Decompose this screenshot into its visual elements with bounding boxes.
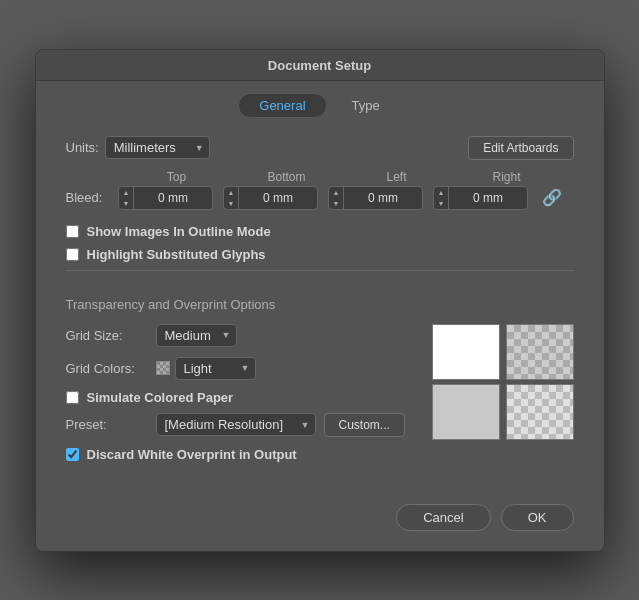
preview-checker-box (506, 324, 574, 380)
tab-general[interactable]: General (238, 93, 326, 118)
bleed-left-input[interactable]: ▲ ▼ 0 mm (328, 186, 423, 210)
bleed-top-down-arrow-icon[interactable]: ▼ (119, 198, 134, 209)
preview-checker-gray-box (506, 384, 574, 440)
dialog-footer: Cancel OK (36, 490, 604, 551)
highlight-glyphs-row: Highlight Substituted Glyphs (66, 247, 574, 262)
bleed-top-input[interactable]: ▲ ▼ 0 mm (118, 186, 213, 210)
bleed-left-down-arrow-icon[interactable]: ▼ (329, 198, 344, 209)
discard-overprint-checkbox[interactable] (66, 448, 79, 461)
bleed-headers: Top Bottom Left Right (122, 170, 574, 184)
show-images-row: Show Images In Outline Mode (66, 224, 574, 239)
bleed-top-up-arrow-icon[interactable]: ▲ (119, 187, 134, 198)
bleed-right-arrows: ▲ ▼ (434, 187, 450, 209)
transparency-title: Transparency and Overprint Options (66, 297, 574, 312)
bleed-top-value: 0 mm (134, 191, 211, 205)
bleed-label: Bleed: (66, 190, 118, 205)
bleed-section: Top Bottom Left Right Bleed: ▲ ▼ 0 mm ▲ (66, 170, 574, 210)
grid-colors-select[interactable]: Light Medium Dark Custom (175, 357, 256, 380)
bleed-bottom-header: Bottom (232, 170, 342, 184)
discard-overprint-row: Discard White Overprint in Output (66, 447, 422, 462)
show-images-label: Show Images In Outline Mode (87, 224, 271, 239)
simulate-paper-row: Simulate Colored Paper (66, 390, 422, 405)
preview-col (432, 324, 574, 440)
bleed-right-value: 0 mm (449, 191, 526, 205)
bleed-left-arrows: ▲ ▼ (329, 187, 345, 209)
link-constrain-icon[interactable]: 🔗 (542, 188, 562, 207)
ok-button[interactable]: OK (501, 504, 574, 531)
grid-size-row: Grid Size: Small Medium Large ▼ (66, 324, 422, 347)
document-setup-dialog: Document Setup General Type Units: Milli… (35, 49, 605, 552)
grid-size-select-wrapper: Small Medium Large ▼ (156, 324, 237, 347)
dialog-title: Document Setup (36, 50, 604, 81)
bleed-right-header: Right (452, 170, 562, 184)
bleed-bottom-value: 0 mm (239, 191, 316, 205)
preset-row: Preset: [Low Resolution] [Medium Resolut… (66, 413, 422, 437)
grid-colors-label: Grid Colors: (66, 361, 156, 376)
bleed-left-value: 0 mm (344, 191, 421, 205)
grid-colors-select-wrapper: Light Medium Dark Custom ▼ (175, 357, 256, 380)
preset-select[interactable]: [Low Resolution] [Medium Resolution] [Hi… (156, 413, 316, 436)
cancel-button[interactable]: Cancel (396, 504, 490, 531)
transparency-two-col: Grid Size: Small Medium Large ▼ Grid (66, 324, 574, 470)
preset-select-wrapper: [Low Resolution] [Medium Resolution] [Hi… (156, 413, 316, 436)
bleed-right-down-arrow-icon[interactable]: ▼ (434, 198, 449, 209)
tab-bar: General Type (36, 81, 604, 126)
transparency-left-col: Grid Size: Small Medium Large ▼ Grid (66, 324, 422, 470)
grid-size-label: Grid Size: (66, 328, 156, 343)
bleed-bottom-arrows: ▲ ▼ (224, 187, 240, 209)
preset-label: Preset: (66, 417, 156, 432)
units-select[interactable]: Millimeters Pixels Inches Points Picas C… (105, 136, 210, 159)
bleed-left-header: Left (342, 170, 452, 184)
highlight-glyphs-checkbox[interactable] (66, 248, 79, 261)
units-row: Units: Millimeters Pixels Inches Points … (66, 136, 574, 160)
simulate-paper-label: Simulate Colored Paper (87, 390, 234, 405)
preview-white-box (432, 324, 500, 380)
units-label: Units: (66, 140, 99, 155)
highlight-glyphs-label: Highlight Substituted Glyphs (87, 247, 266, 262)
discard-overprint-label: Discard White Overprint in Output (87, 447, 297, 462)
bleed-right-up-arrow-icon[interactable]: ▲ (434, 187, 449, 198)
edit-artboards-button[interactable]: Edit Artboards (468, 136, 573, 160)
bleed-bottom-up-arrow-icon[interactable]: ▲ (224, 187, 239, 198)
bleed-bottom-down-arrow-icon[interactable]: ▼ (224, 198, 239, 209)
grid-size-select[interactable]: Small Medium Large (156, 324, 237, 347)
bleed-right-input[interactable]: ▲ ▼ 0 mm (433, 186, 528, 210)
bleed-top-header: Top (122, 170, 232, 184)
bleed-bottom-input[interactable]: ▲ ▼ 0 mm (223, 186, 318, 210)
units-select-wrapper: Millimeters Pixels Inches Points Picas C… (105, 136, 210, 159)
custom-button[interactable]: Custom... (324, 413, 405, 437)
dialog-content: Units: Millimeters Pixels Inches Points … (36, 126, 604, 490)
grid-colors-row: Grid Colors: Light Medium Dark Custom ▼ (66, 357, 422, 380)
bleed-top-arrows: ▲ ▼ (119, 187, 135, 209)
show-images-checkbox[interactable] (66, 225, 79, 238)
simulate-paper-checkbox[interactable] (66, 391, 79, 404)
grid-color-swatch-icon (156, 361, 170, 375)
transparency-section: Transparency and Overprint Options Grid … (66, 270, 574, 470)
bleed-row: Bleed: ▲ ▼ 0 mm ▲ ▼ 0 mm (66, 186, 574, 210)
bleed-left-up-arrow-icon[interactable]: ▲ (329, 187, 344, 198)
preview-gray-box (432, 384, 500, 440)
tab-type[interactable]: Type (331, 93, 401, 118)
